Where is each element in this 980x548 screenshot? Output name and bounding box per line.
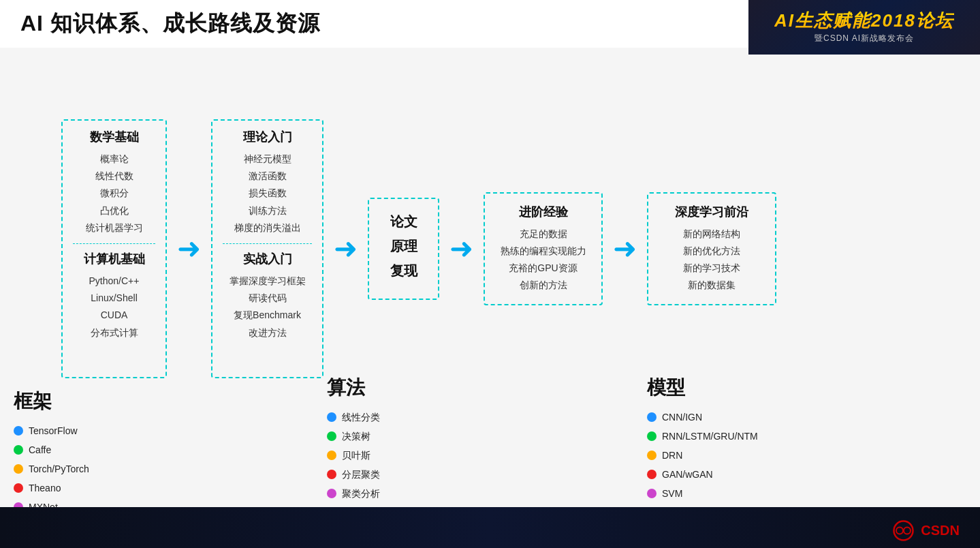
practice-title: 实战入门 — [223, 251, 312, 267]
list-item: GAN/wGAN — [647, 465, 906, 484]
label-svm: SVM — [662, 484, 682, 503]
list-item: Theano — [14, 478, 232, 498]
label-tensorflow: TensorFlow — [29, 421, 78, 440]
box-fundamentals: 数学基础 概率论线性代数微积分凸优化统计机器学习 计算机基础 Python/C+… — [61, 119, 167, 378]
list-item: CNN/IGN — [647, 408, 906, 427]
list-item: 聚类分析 — [327, 484, 518, 503]
label-caffe: Caffe — [29, 440, 51, 459]
page-title: AI 知识体系、成长路线及资源 — [20, 9, 320, 39]
label-theano: Theano — [29, 478, 61, 498]
label-torch: Torch/PyTorch — [29, 459, 89, 478]
box-intro: 理论入门 神经元模型激活函数损失函数训练方法梯度的消失溢出 实战入门 掌握深度学… — [211, 119, 323, 378]
practice-items: 掌握深度学习框架研读代码复现Benchmark改进方法 — [223, 273, 312, 341]
paper-title: 论文原理复现 — [390, 209, 417, 283]
arrow3: ➜ — [449, 234, 473, 263]
list-item: 分层聚类 — [327, 465, 518, 484]
dot-rnn — [647, 431, 657, 441]
label-drn: DRN — [662, 446, 682, 465]
theory-title: 理论入门 — [223, 129, 312, 145]
dot-theano — [14, 483, 23, 493]
arrow1: ➜ — [177, 234, 201, 263]
math-items: 概率论线性代数微积分凸优化统计机器学习 — [73, 151, 155, 237]
list-item: Torch/PyTorch — [14, 459, 232, 478]
dot-cluster — [327, 489, 336, 498]
box-paper: 论文原理复现 — [368, 198, 439, 300]
label-gan: GAN/wGAN — [662, 465, 713, 484]
csdn-logo-area: CSDN — [891, 519, 960, 543]
list-item: Caffe — [14, 440, 232, 459]
label-cnn: CNN/IGN — [662, 408, 702, 427]
dot-tensorflow — [14, 426, 23, 436]
cs-title: 计算机基础 — [73, 251, 155, 267]
math-title: 数学基础 — [73, 129, 155, 145]
dot-svm — [647, 489, 657, 498]
dot-decision — [327, 431, 336, 441]
list-item: 贝叶斯 — [327, 446, 518, 465]
dot-torch — [14, 464, 23, 474]
flow-diagram: 数学基础 概率论线性代数微积分凸优化统计机器学习 计算机基础 Python/C+… — [61, 99, 966, 399]
list-item: 线性分类 — [327, 408, 518, 427]
label-rnn: RNN/LSTM/GRU/NTM — [662, 427, 758, 446]
theory-section: 理论入门 神经元模型激活函数损失函数训练方法梯度的消失溢出 — [223, 129, 312, 237]
label-linear: 线性分类 — [342, 408, 380, 427]
label-bayes: 贝叶斯 — [342, 446, 370, 465]
dot-drn — [647, 451, 657, 460]
list-item: DRN — [647, 446, 906, 465]
svg-point-1 — [896, 528, 903, 534]
dot-gan — [647, 470, 657, 479]
list-item: 决策树 — [327, 427, 518, 446]
csdn-logo-icon — [891, 519, 915, 543]
dot-bayes — [327, 451, 336, 460]
dot-cnn — [647, 412, 657, 422]
label-hierarchical: 分层聚类 — [342, 465, 380, 484]
arrow2: ➜ — [334, 234, 358, 263]
logo-area: AI生态赋能2018论坛 暨CSDN AI新战略发布会 — [748, 0, 980, 55]
dot-hierarchical — [327, 470, 336, 479]
list-item: SVM — [647, 484, 906, 503]
arrow4: ➜ — [613, 234, 637, 263]
label-cluster: 聚类分析 — [342, 484, 380, 503]
bottom-bar: CSDN — [0, 507, 980, 548]
models-label: 模型 — [647, 375, 906, 401]
cs-section: 计算机基础 Python/C++Linux/ShellCUDA分布式计算 — [73, 251, 155, 341]
cs-items: Python/C++Linux/ShellCUDA分布式计算 — [73, 273, 155, 341]
main-content: 数学基础 概率论线性代数微积分凸优化统计机器学习 计算机基础 Python/C+… — [0, 48, 980, 507]
list-item: TensorFlow — [14, 421, 232, 440]
frontier-title: 深度学习前沿 — [661, 204, 763, 220]
logo-sub: 暨CSDN AI新战略发布会 — [815, 33, 914, 44]
frontier-items: 新的网络结构新的优化方法新的学习技术新的数据集 — [661, 226, 763, 294]
box-frontier: 深度学习前沿 新的网络结构新的优化方法新的学习技术新的数据集 — [647, 192, 776, 306]
csdn-text: CSDN — [921, 523, 960, 538]
advanced-items: 充足的数据熟练的编程实现能力充裕的GPU资源创新的方法 — [497, 226, 589, 294]
frameworks-label: 框架 — [14, 389, 232, 414]
list-item: RNN/LSTM/GRU/NTM — [647, 427, 906, 446]
practice-section: 实战入门 掌握深度学习框架研读代码复现Benchmark改进方法 — [223, 251, 312, 341]
advanced-title: 进阶经验 — [497, 204, 589, 220]
dot-linear — [327, 412, 336, 422]
logo-main: AI生态赋能2018论坛 — [774, 10, 954, 31]
theory-items: 神经元模型激活函数损失函数训练方法梯度的消失溢出 — [223, 151, 312, 237]
label-decision: 决策树 — [342, 427, 370, 446]
dot-caffe — [14, 445, 23, 455]
svg-point-2 — [904, 528, 911, 534]
algorithms-label: 算法 — [327, 375, 518, 401]
math-section: 数学基础 概率论线性代数微积分凸优化统计机器学习 — [73, 129, 155, 237]
box-advanced: 进阶经验 充足的数据熟练的编程实现能力充裕的GPU资源创新的方法 — [484, 192, 603, 306]
